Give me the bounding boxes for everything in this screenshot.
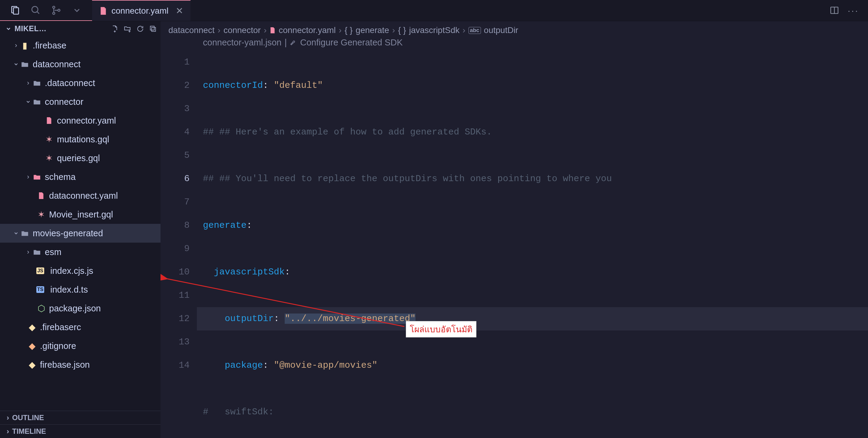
- tree-label: movies-generated: [33, 228, 103, 239]
- breadcrumb-segment[interactable]: javascriptSdk: [409, 26, 460, 35]
- svg-rect-1: [13, 7, 19, 14]
- outline-section[interactable]: › OUTLINE: [0, 411, 160, 425]
- breadcrumb-segment[interactable]: outputDir: [484, 26, 519, 35]
- string-icon: abc: [468, 27, 481, 34]
- folder-open-icon: [20, 230, 30, 237]
- git-icon: ◆: [27, 341, 37, 351]
- yaml-file-icon: [270, 27, 276, 34]
- codelens-separator: |: [285, 37, 287, 48]
- close-icon[interactable]: ✕: [176, 5, 183, 16]
- ts-icon: TS: [36, 286, 44, 293]
- chevron-right-icon: ›: [7, 413, 9, 422]
- annotation-label: โผล่แบบอัตโนมัติ: [406, 321, 476, 338]
- tree-file-firebaserc[interactable]: ◆ .firebaserc: [0, 318, 160, 337]
- tree-file-package-json[interactable]: ⬡ package.json: [0, 299, 160, 318]
- tree-file-queries[interactable]: ✶ queries.gql: [0, 149, 160, 167]
- tree-folder-movies-generated[interactable]: movies-generated: [0, 224, 160, 243]
- code-lines[interactable]: connectorId: "default" ## ## Here's an e…: [197, 51, 868, 438]
- tree-file-connector-yaml[interactable]: connector.yaml: [0, 111, 160, 130]
- graphql-icon: ✶: [36, 209, 46, 220]
- tree-folder-connector[interactable]: connector: [0, 92, 160, 111]
- chevron-right-icon: ›: [7, 427, 9, 436]
- yaml-file-icon: [36, 192, 46, 199]
- folder-icon: [32, 249, 42, 255]
- tab-connector-yaml[interactable]: connector.yaml ✕: [92, 0, 190, 21]
- tree-file-movie-insert[interactable]: ✶ Movie_insert.gql: [0, 205, 160, 224]
- gutter: 1 2 3 4 5 6 7 8 9 10 11 12 13 14: [160, 51, 197, 438]
- project-name: MIKEL…: [14, 24, 46, 33]
- activity-bar: [0, 0, 92, 21]
- folder-open-icon: [32, 98, 42, 105]
- codelens-file[interactable]: connector-yaml.json: [203, 37, 282, 48]
- chevron-down-icon: [5, 26, 11, 32]
- breadcrumb[interactable]: dataconnect › connector › connector.yaml…: [160, 21, 868, 36]
- tree-folder-dotdataconnect[interactable]: › .dataconnect: [0, 73, 160, 92]
- breadcrumb-segment[interactable]: dataconnect: [168, 26, 215, 35]
- explorer-icon[interactable]: [9, 4, 21, 17]
- new-folder-icon[interactable]: [124, 25, 131, 33]
- section-label: OUTLINE: [12, 413, 44, 422]
- tree-folder-esm[interactable]: › esm: [0, 243, 160, 261]
- svg-line-3: [37, 11, 39, 13]
- js-icon: JS: [36, 268, 44, 274]
- explorer-header[interactable]: MIKEL…: [0, 21, 160, 36]
- chevron-right-icon: ›: [392, 26, 395, 35]
- tree-file-mutations[interactable]: ✶ mutations.gql: [0, 130, 160, 149]
- title-bar: connector.yaml ✕ ···: [0, 0, 868, 21]
- chevron-down-icon[interactable]: [71, 4, 83, 17]
- folder-icon: ▮: [20, 40, 30, 51]
- breadcrumb-segment[interactable]: connector.yaml: [279, 26, 336, 35]
- tree-folder-firebase[interactable]: › ▮ .firebase: [0, 36, 160, 55]
- tree-label: firebase.json: [40, 360, 90, 370]
- folder-icon: [32, 80, 42, 86]
- chevron-right-icon: ›: [462, 26, 465, 35]
- tree-label: .firebase: [33, 40, 66, 51]
- wrench-icon: [290, 39, 297, 46]
- braces-icon: { }: [398, 26, 406, 35]
- more-actions-icon[interactable]: ···: [848, 5, 859, 16]
- tree-label: .gitignore: [40, 341, 76, 351]
- new-file-icon[interactable]: [111, 25, 119, 33]
- split-editor-icon[interactable]: [830, 5, 839, 16]
- breadcrumb-segment[interactable]: generate: [355, 26, 389, 35]
- source-control-icon[interactable]: [50, 4, 62, 17]
- codelens: connector-yaml.json | Configure Generate…: [160, 36, 868, 51]
- folder-open-icon: [20, 61, 30, 67]
- collapse-all-icon[interactable]: [149, 25, 157, 33]
- yaml-file-icon: [44, 117, 54, 125]
- tree-file-index-dts[interactable]: TS index.d.ts: [0, 280, 160, 299]
- tree-label: esm: [45, 247, 61, 257]
- code-view[interactable]: 1 2 3 4 5 6 7 8 9 10 11 12 13 14 connect…: [160, 51, 868, 438]
- svg-rect-14: [152, 27, 156, 31]
- search-icon[interactable]: [30, 4, 42, 17]
- tree-label: package.json: [49, 304, 101, 313]
- tree-file-gitignore[interactable]: ◆ .gitignore: [0, 337, 160, 355]
- timeline-section[interactable]: › TIMELINE: [0, 425, 160, 438]
- firebase-icon: ◆: [27, 322, 37, 332]
- tree-label: connector.yaml: [57, 116, 116, 126]
- braces-icon: { }: [345, 26, 352, 35]
- tree-label: schema: [45, 172, 76, 182]
- yaml-file-icon: [99, 6, 107, 15]
- tree-file-firebase-json[interactable]: ◆ firebase.json: [0, 355, 160, 374]
- npm-icon: ⬡: [36, 303, 46, 313]
- codelens-action[interactable]: Configure Generated SDK: [300, 37, 403, 48]
- tree-file-index-cjs[interactable]: JS index.cjs.js: [0, 261, 160, 280]
- svg-rect-13: [150, 26, 154, 30]
- folder-icon: [32, 174, 42, 180]
- tree-folder-schema[interactable]: › schema: [0, 167, 160, 186]
- svg-point-2: [32, 6, 38, 12]
- tree-label: index.d.ts: [50, 285, 88, 295]
- tree-label: .firebaserc: [40, 322, 81, 332]
- sidebar: MIKEL… › ▮ .firebase dataconnect ›: [0, 21, 160, 438]
- file-tree: › ▮ .firebase dataconnect › .dataconnect…: [0, 36, 160, 411]
- main-body: MIKEL… › ▮ .firebase dataconnect ›: [0, 21, 868, 438]
- tree-folder-dataconnect[interactable]: dataconnect: [0, 55, 160, 73]
- tree-label: Movie_insert.gql: [49, 210, 113, 220]
- tree-label: index.cjs.js: [50, 266, 93, 276]
- breadcrumb-segment[interactable]: connector: [223, 26, 261, 35]
- tree-file-dataconnect-yaml[interactable]: dataconnect.yaml: [0, 186, 160, 205]
- refresh-icon[interactable]: [136, 25, 144, 33]
- tree-label: .dataconnect: [45, 78, 95, 88]
- editor: dataconnect › connector › connector.yaml…: [160, 21, 868, 438]
